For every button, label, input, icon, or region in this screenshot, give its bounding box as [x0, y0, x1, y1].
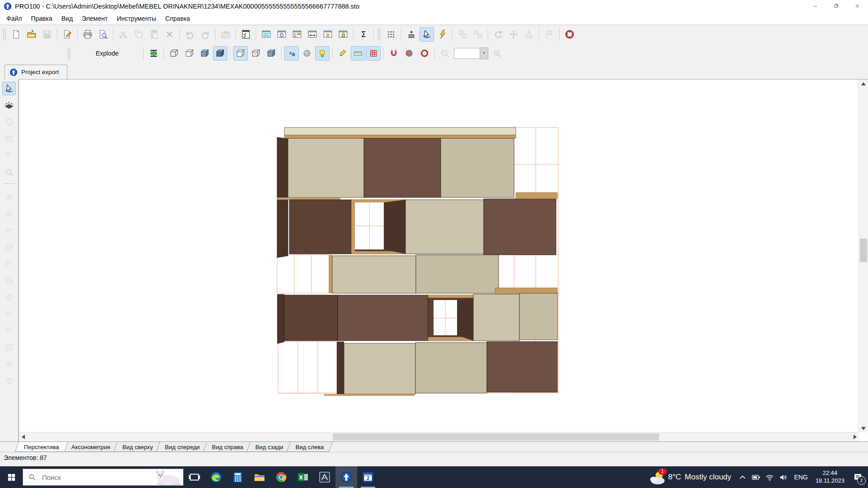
print-button[interactable]: [80, 27, 95, 42]
taskbar-search-box[interactable]: [23, 469, 184, 486]
rotation-center-button[interactable]: [417, 46, 432, 61]
project-properties-button[interactable]: [60, 27, 75, 42]
minimize-button[interactable]: [806, 0, 826, 12]
show-dimensions-button[interactable]: [351, 46, 365, 61]
pro100-app-taskbar-button[interactable]: [335, 466, 357, 488]
view-tab-2[interactable]: Аксонометрия: [62, 442, 119, 452]
furniture-model-3d[interactable]: [274, 125, 564, 396]
show-grid-button[interactable]: [366, 46, 381, 61]
menu-item-3[interactable]: Вид: [57, 13, 77, 24]
start-button[interactable]: [0, 466, 23, 488]
view-shaded-button[interactable]: [264, 46, 278, 61]
view-tab-6[interactable]: Вид сзади: [246, 442, 292, 452]
price-list-button[interactable]: [239, 27, 253, 42]
cad-app-taskbar-button[interactable]: [314, 466, 335, 488]
menu-item-5[interactable]: Инструменты: [112, 13, 160, 24]
board-tool-button[interactable]: [2, 99, 16, 112]
view-colors-button[interactable]: [198, 46, 212, 61]
view-tab-4[interactable]: Вид спереди: [156, 442, 209, 452]
menu-item-6[interactable]: Справка: [160, 13, 194, 24]
battery-icon[interactable]: [750, 466, 763, 488]
planner-app-taskbar-button[interactable]: 2: [357, 466, 379, 488]
zoom-value-field[interactable]: [454, 48, 480, 59]
excel-taskbar-button[interactable]: X: [292, 466, 314, 488]
vertical-scroll-thumb[interactable]: [860, 239, 867, 262]
tray-chevron-up-icon[interactable]: [736, 466, 750, 488]
smooth-shading-button[interactable]: [300, 46, 314, 61]
edit-mode-button[interactable]: [435, 27, 449, 42]
copy-button: [132, 27, 146, 42]
open-project-button[interactable]: [24, 27, 39, 42]
notification-center-button[interactable]: 2: [848, 466, 868, 488]
scroll-up-arrow[interactable]: [859, 80, 868, 88]
calculation-button[interactable]: Σ: [356, 27, 371, 42]
svg-text:X: X: [299, 474, 303, 481]
view-tab-5[interactable]: Вид справа: [203, 442, 252, 452]
view-tab-label: Вид справа: [212, 444, 243, 450]
materials-window-button[interactable]: [321, 27, 335, 42]
print-preview-button[interactable]: [96, 27, 110, 42]
accessories-window-button[interactable]: [336, 27, 350, 42]
clock[interactable]: 22:44 18.11.2023: [812, 469, 848, 485]
weather-widget[interactable]: 1 8°C Mostly cloudy: [645, 466, 736, 488]
align-top-button: [2, 240, 16, 254]
tab-project-export[interactable]: Project export: [5, 65, 67, 80]
dimensions-window-button[interactable]: [305, 27, 320, 42]
search-input[interactable]: [41, 473, 124, 482]
edit-shape-tool-button: [2, 149, 16, 162]
magnet-snap-button[interactable]: [387, 46, 401, 61]
view-textures-button[interactable]: [213, 46, 227, 61]
lighting-button[interactable]: [315, 46, 330, 61]
vertical-scrollbar[interactable]: [859, 80, 868, 432]
structure-window-button[interactable]: [290, 27, 304, 42]
help-button[interactable]: [562, 27, 577, 42]
cut-button: [116, 27, 131, 42]
chrome-browser-taskbar-button[interactable]: [270, 466, 292, 488]
selection-mode-button[interactable]: [420, 27, 434, 42]
language-indicator[interactable]: ENG: [790, 474, 812, 481]
volume-icon[interactable]: [777, 466, 790, 488]
task-view-taskbar-button[interactable]: [184, 466, 205, 488]
menu-item-2[interactable]: Правка: [26, 13, 57, 24]
horizontal-scroll-thumb[interactable]: [333, 433, 659, 441]
view-transparent-button[interactable]: [249, 46, 263, 61]
view-tab-3[interactable]: Вид сверху: [113, 442, 162, 452]
view-tab-label: Перспектива: [24, 444, 59, 450]
weather-alert-badge: 1: [658, 468, 667, 475]
design-viewport[interactable]: [19, 79, 868, 441]
scroll-right-arrow[interactable]: [851, 432, 859, 441]
menu-item-1[interactable]: Файл: [2, 13, 26, 24]
zoom-value[interactable]: ▼: [454, 47, 488, 59]
edge-browser-taskbar-button[interactable]: [205, 466, 227, 488]
menu-item-4[interactable]: Элемент: [77, 13, 112, 24]
distribute-h-button: [2, 291, 16, 304]
view-contours-button[interactable]: [233, 46, 248, 61]
insert-element-button[interactable]: [404, 27, 419, 42]
antialiasing-button[interactable]: aa: [284, 46, 299, 61]
scroll-down-arrow[interactable]: [859, 424, 868, 432]
restore-button[interactable]: [826, 0, 847, 12]
select-tool-button[interactable]: [2, 82, 16, 95]
view-tab-7[interactable]: Вид слева: [287, 442, 333, 452]
collision-check-button[interactable]: [146, 46, 161, 61]
zoom-dropdown-arrow[interactable]: ▼: [480, 47, 488, 59]
new-project-button[interactable]: [9, 27, 24, 42]
pro100-app-icon: [4, 2, 12, 10]
close-button[interactable]: [847, 0, 868, 12]
preview-window-button[interactable]: [274, 27, 289, 42]
view-sketch-button[interactable]: [182, 46, 197, 61]
horizontal-scrollbar[interactable]: [19, 432, 859, 441]
wifi-icon[interactable]: [763, 466, 777, 488]
explode-button[interactable]: Explode: [73, 46, 141, 61]
report-window-button[interactable]: [259, 27, 274, 42]
orbit-mode-button[interactable]: [402, 46, 416, 61]
calculator-taskbar-button[interactable]: [227, 466, 249, 488]
view-tab-1[interactable]: Перспектива: [15, 442, 68, 452]
separator: [215, 28, 216, 40]
separator: [113, 28, 113, 40]
element-grid-button[interactable]: [384, 27, 398, 42]
file-explorer-taskbar-button[interactable]: [249, 466, 270, 488]
view-wireframe-button[interactable]: [167, 46, 181, 61]
free-rotation-button[interactable]: [335, 46, 350, 61]
scroll-left-arrow[interactable]: [19, 432, 27, 441]
